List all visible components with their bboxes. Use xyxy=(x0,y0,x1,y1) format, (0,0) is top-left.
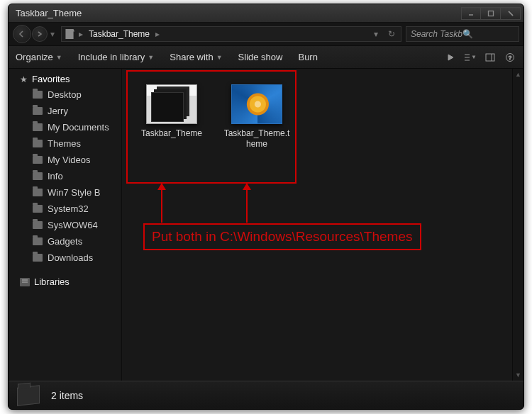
organize-menu[interactable]: Organize▼ xyxy=(16,52,62,62)
maximize-button[interactable] xyxy=(481,7,501,20)
folder-thumbnail-icon xyxy=(146,84,197,124)
forward-button[interactable] xyxy=(32,26,48,42)
annotation-arrow-icon xyxy=(161,184,162,223)
search-input[interactable]: Search Taskbar_T... 🔍 xyxy=(406,26,519,42)
window-title: Taskbar_Theme xyxy=(16,8,461,18)
libraries-header[interactable]: Libraries xyxy=(9,274,121,289)
navigation-pane: ★ Favorites Desktop Jerry My Documents T… xyxy=(9,69,122,381)
play-icon[interactable] xyxy=(444,52,457,63)
include-library-menu[interactable]: Include in library▼ xyxy=(78,52,155,62)
share-with-menu[interactable]: Share with▼ xyxy=(170,52,222,62)
status-item-count: 2 items xyxy=(51,390,83,401)
folder-icon xyxy=(33,221,43,229)
annotation-arrow-icon xyxy=(246,184,248,223)
svg-rect-1 xyxy=(488,11,493,16)
minimize-button[interactable] xyxy=(461,7,481,20)
sidebar-item-desktop[interactable]: Desktop xyxy=(9,86,121,103)
folder-icon xyxy=(33,254,43,262)
folder-icon xyxy=(33,107,43,115)
file-list[interactable]: Taskbar_Theme Taskbar_Theme.theme Put bo… xyxy=(122,69,523,381)
chevron-right-icon: ▸ xyxy=(79,29,83,39)
sidebar-item-documents[interactable]: My Documents xyxy=(9,119,121,135)
file-label: Taskbar_Theme.theme xyxy=(223,128,291,150)
back-button[interactable] xyxy=(13,25,31,43)
sidebar-item-jerry[interactable]: Jerry xyxy=(9,103,121,119)
sidebar-item-info[interactable]: Info xyxy=(9,168,121,184)
file-label: Taskbar_Theme xyxy=(141,128,202,139)
folder-icon xyxy=(33,172,43,180)
folder-icon xyxy=(33,205,43,213)
slideshow-button[interactable]: Slide show xyxy=(238,52,283,62)
folder-icon xyxy=(33,140,43,147)
status-bar: 2 items xyxy=(9,381,523,409)
search-icon: 🔍 xyxy=(462,29,514,39)
theme-thumbnail-icon xyxy=(231,84,282,124)
sidebar-item-videos[interactable]: My Videos xyxy=(9,152,121,168)
sidebar-item-system32[interactable]: System32 xyxy=(9,201,121,217)
explorer-window: Taskbar_Theme ▾ ▸ Taskbar xyxy=(8,4,524,410)
history-dropdown[interactable]: ▾ xyxy=(48,29,57,39)
view-options-icon[interactable]: ▼ xyxy=(464,52,477,63)
vertical-scrollbar[interactable]: ▲ ▼ xyxy=(512,69,523,381)
close-button[interactable] xyxy=(501,7,521,20)
svg-marker-4 xyxy=(448,55,453,60)
svg-line-3 xyxy=(509,11,513,16)
address-bar[interactable]: ▸ Taskbar_Theme ▸ ▾ ↻ xyxy=(61,26,401,42)
preview-pane-icon[interactable] xyxy=(484,52,497,63)
libraries-icon xyxy=(20,278,30,286)
help-icon[interactable]: ? xyxy=(504,52,516,63)
file-item-theme[interactable]: Taskbar_Theme.theme xyxy=(221,82,292,152)
file-item-folder[interactable]: Taskbar_Theme xyxy=(136,82,207,152)
chevron-right-icon: ▸ xyxy=(155,29,160,39)
sidebar-item-downloads[interactable]: Downloads xyxy=(9,250,121,266)
scroll-up-icon[interactable]: ▲ xyxy=(513,69,523,80)
annotation-text: Put both in C:\Windows\Resources\Themes xyxy=(143,223,421,250)
sidebar-item-win7style[interactable]: Win7 Style B xyxy=(9,184,121,201)
nav-bar: ▾ ▸ Taskbar_Theme ▸ ▾ ↻ Search Taskbar_T… xyxy=(9,23,523,46)
star-icon: ★ xyxy=(20,74,28,84)
folder-icon xyxy=(33,189,43,196)
folder-icon xyxy=(17,385,40,405)
folder-icon xyxy=(33,237,43,245)
address-dropdown-icon[interactable]: ▾ xyxy=(371,29,381,39)
sidebar-item-syswow64[interactable]: SysWOW64 xyxy=(9,217,121,233)
toolbar: Organize▼ Include in library▼ Share with… xyxy=(9,46,523,69)
sidebar-item-gadgets[interactable]: Gadgets xyxy=(9,233,121,250)
svg-text:?: ? xyxy=(509,55,512,61)
burn-button[interactable]: Burn xyxy=(298,52,317,62)
refresh-icon[interactable]: ↻ xyxy=(385,29,398,39)
folder-icon xyxy=(65,29,74,39)
folder-icon xyxy=(33,91,43,99)
breadcrumb-item[interactable]: Taskbar_Theme xyxy=(87,29,151,39)
folder-icon xyxy=(33,156,43,164)
svg-rect-8 xyxy=(486,54,494,61)
scroll-down-icon[interactable]: ▼ xyxy=(513,369,523,381)
sidebar-item-themes[interactable]: Themes xyxy=(9,135,121,152)
titlebar[interactable]: Taskbar_Theme xyxy=(9,4,523,23)
favorites-header[interactable]: ★ Favorites xyxy=(9,72,121,86)
folder-icon xyxy=(33,123,43,131)
search-placeholder: Search Taskbar_T... xyxy=(411,29,462,39)
